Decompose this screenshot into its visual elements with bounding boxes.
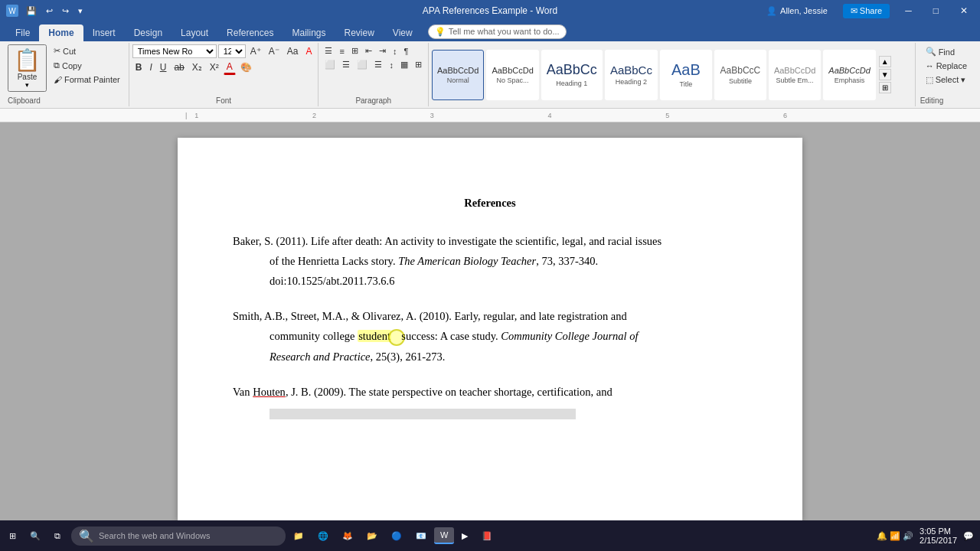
- align-right-button[interactable]: ⬜: [354, 58, 371, 71]
- tab-insert[interactable]: Insert: [83, 24, 125, 41]
- tab-home[interactable]: Home: [39, 24, 83, 41]
- tab-layout[interactable]: Layout: [172, 24, 217, 41]
- style-h2-label: Heading 2: [616, 78, 647, 86]
- redo-button[interactable]: ↪: [59, 5, 72, 18]
- baker-first-line: Baker, S. (2011). Life after death: An a…: [233, 231, 747, 251]
- format-painter-button[interactable]: 🖌 Format Painter: [50, 73, 124, 86]
- maximize-button[interactable]: □: [927, 4, 945, 18]
- style-heading1[interactable]: AaBbCc Heading 1: [541, 50, 603, 100]
- bold-button[interactable]: B: [132, 60, 145, 74]
- style-normal[interactable]: AaBbCcDd Normal: [432, 50, 484, 100]
- word-taskbar-button[interactable]: W: [434, 527, 454, 544]
- font-color-button[interactable]: A: [224, 60, 236, 75]
- clear-formatting-button[interactable]: Aa: [284, 44, 302, 58]
- edge-button[interactable]: 🌐: [312, 528, 335, 544]
- style-emphasis[interactable]: AaBbCcDd Emphasis: [823, 50, 875, 100]
- sort-button[interactable]: ↕: [390, 45, 400, 57]
- search-button[interactable]: 🔍: [24, 528, 47, 544]
- chrome-button[interactable]: 🔵: [385, 528, 408, 544]
- paste-button[interactable]: 📋 Paste ▾: [8, 44, 47, 92]
- customize-qat-button[interactable]: ▾: [75, 5, 86, 18]
- tab-review[interactable]: Review: [335, 24, 383, 41]
- notifications-icon[interactable]: 💬: [963, 531, 974, 541]
- start-button[interactable]: ⊞: [3, 528, 22, 544]
- decrease-indent-button[interactable]: ⇤: [362, 44, 375, 57]
- styles-group: AaBbCcDd Normal AaBbCcDd No Spac... AaBb…: [429, 43, 916, 106]
- save-button[interactable]: 💾: [23, 5, 40, 18]
- bullets-button[interactable]: ☰: [322, 44, 335, 57]
- reference-smith: Smith, A.B., Street, M.A., & Olivarez, A…: [233, 306, 747, 366]
- document-page[interactable]: References Baker, S. (2011). Life after …: [178, 138, 802, 520]
- font-size-select[interactable]: 12: [218, 44, 246, 58]
- style-subtitle[interactable]: AaBbCcC Subtitle: [714, 50, 766, 100]
- para-row1: ☰ ≡ ⊞ ⇤ ⇥ ↕ ¶: [322, 44, 425, 57]
- smith-continuation1: community college student success: A cas…: [270, 326, 747, 346]
- line-spacing-button[interactable]: ↕: [386, 59, 397, 71]
- select-button[interactable]: ⬚ Select ▾: [920, 73, 972, 87]
- show-marks-button[interactable]: ¶: [400, 45, 411, 57]
- font-group-label: Font: [132, 96, 315, 105]
- replace-button[interactable]: ↔ Replace: [920, 59, 972, 73]
- pdf-button[interactable]: 📕: [475, 528, 498, 544]
- font-group: Times New Ro 12 A⁺ A⁻ Aa A B I U ab X₂ X…: [129, 43, 319, 106]
- cursor-circle: [388, 329, 405, 346]
- tab-file[interactable]: File: [6, 24, 39, 41]
- clipboard-group: 📋 Paste ▾ ✂ Cut ⧉ Copy 🖌 Format Painter: [3, 43, 129, 106]
- text-highlight-button[interactable]: A: [302, 44, 315, 58]
- multilevel-list-button[interactable]: ⊞: [348, 44, 361, 57]
- justify-button[interactable]: ☰: [371, 58, 385, 71]
- taskbar-search-icon: 🔍: [79, 529, 94, 543]
- tab-references[interactable]: References: [217, 24, 283, 41]
- style-subtle-emphasis[interactable]: AaBbCcDd Subtle Em...: [769, 50, 821, 100]
- copy-button[interactable]: ⧉ Copy: [50, 59, 124, 72]
- taskbar-search-input[interactable]: [99, 531, 267, 540]
- share-button[interactable]: ✉ Share: [843, 4, 890, 18]
- window-title: APA References Example - Word: [423, 5, 557, 16]
- close-button[interactable]: ✕: [954, 4, 974, 18]
- folder-button[interactable]: 📂: [361, 528, 384, 544]
- undo-button[interactable]: ↩: [43, 5, 56, 18]
- taskbar-search-bar[interactable]: 🔍: [71, 527, 286, 546]
- style-no-spacing[interactable]: AaBbCcDd No Spac...: [486, 50, 538, 100]
- font-name-select[interactable]: Times New Ro: [132, 44, 217, 58]
- tab-mailings[interactable]: Mailings: [283, 24, 335, 41]
- outlook-button[interactable]: 📧: [410, 528, 433, 544]
- underline-button[interactable]: U: [157, 60, 170, 74]
- minimize-button[interactable]: ─: [899, 4, 918, 18]
- tell-me-bar[interactable]: 💡 Tell me what you want to do...: [428, 24, 567, 39]
- style-normal-label: Normal: [447, 77, 469, 84]
- document-heading: References: [233, 193, 747, 213]
- firefox-button[interactable]: 🦊: [336, 528, 359, 544]
- tab-design[interactable]: Design: [125, 24, 172, 41]
- style-title[interactable]: AaB Title: [660, 50, 712, 100]
- numbered-list-button[interactable]: ≡: [336, 45, 347, 57]
- text-bg-color-button[interactable]: 🎨: [237, 60, 255, 74]
- superscript-button[interactable]: X²: [207, 60, 222, 74]
- taskbar-right: 🔔 📶 🔊 3:05 PM 2/15/2017 💬: [877, 527, 977, 545]
- increase-indent-button[interactable]: ⇥: [376, 44, 389, 57]
- file-explorer-button[interactable]: 📁: [287, 528, 310, 544]
- styles-scroll-up[interactable]: ▲: [879, 56, 891, 67]
- vanhouten-first-line: Van Houten, J. B. (2009). The state pers…: [233, 382, 747, 402]
- style-heading2[interactable]: AaBbCc Heading 2: [605, 50, 658, 100]
- lightbulb-icon: 💡: [435, 27, 446, 37]
- title-bar: W 💾 ↩ ↪ ▾ APA References Example - Word …: [0, 0, 980, 21]
- tab-view[interactable]: View: [384, 24, 422, 41]
- strikethrough-button[interactable]: ab: [171, 60, 187, 74]
- styles-expand[interactable]: ⊞: [879, 82, 891, 93]
- task-view-button[interactable]: ⧉: [48, 528, 67, 544]
- subscript-button[interactable]: X₂: [189, 60, 205, 74]
- style-h2-preview: AaBbCc: [610, 64, 652, 77]
- italic-button[interactable]: I: [146, 60, 155, 74]
- align-left-button[interactable]: ⬜: [322, 58, 338, 71]
- find-button[interactable]: 🔍 Find: [920, 44, 972, 59]
- styles-scroll-down[interactable]: ▼: [879, 69, 891, 80]
- font-grow-button[interactable]: A⁺: [247, 44, 264, 58]
- cut-button[interactable]: ✂ Cut: [50, 44, 124, 57]
- align-center-button[interactable]: ☰: [339, 58, 353, 71]
- borders-button[interactable]: ⊞: [412, 58, 425, 71]
- media-button[interactable]: ▶: [456, 528, 474, 544]
- shading-button[interactable]: ▦: [397, 58, 411, 71]
- replace-icon: ↔: [926, 61, 934, 70]
- font-shrink-button[interactable]: A⁻: [266, 44, 283, 58]
